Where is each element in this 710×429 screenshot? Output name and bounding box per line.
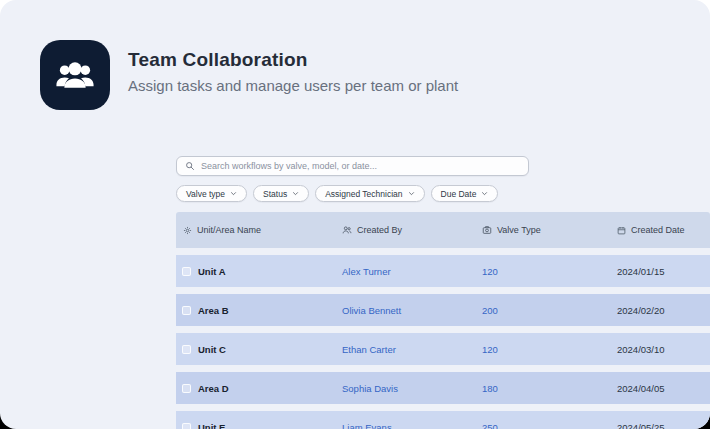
- unit-area-name: Unit A: [198, 266, 226, 277]
- row-checkbox[interactable]: [182, 423, 191, 429]
- chevron-down-icon: [408, 190, 415, 197]
- valve-type-value: 180: [482, 383, 617, 394]
- row-checkbox[interactable]: [182, 384, 191, 393]
- unit-area-name: Unit C: [198, 344, 226, 355]
- created-date-value: 2024/05/25: [617, 422, 710, 429]
- chevron-down-icon: [481, 190, 488, 197]
- workflows-table: Unit/Area Name Created By: [176, 212, 710, 429]
- valve-type-value: 200: [482, 305, 617, 316]
- calendar-icon: [617, 226, 626, 235]
- created-by-link[interactable]: Liam Evans: [342, 422, 482, 429]
- filter-valve-type[interactable]: Valve type: [176, 185, 247, 202]
- filter-label: Valve type: [186, 189, 225, 199]
- created-by-link[interactable]: Ethan Carter: [342, 344, 482, 355]
- valve-type-value: 120: [482, 266, 617, 277]
- filter-label: Status: [263, 189, 287, 199]
- people-icon: [342, 225, 352, 235]
- search-icon: [185, 161, 195, 171]
- column-label: Valve Type: [497, 225, 541, 235]
- unit-area-name: Area B: [198, 305, 229, 316]
- filter-assigned-technician[interactable]: Assigned Technician: [315, 185, 424, 202]
- created-date-value: 2024/04/05: [617, 383, 710, 394]
- table-row[interactable]: Area B Olivia Bennett 200 2024/02/20: [176, 294, 710, 326]
- valve-type-value: 250: [482, 422, 617, 429]
- created-date-value: 2024/03/10: [617, 344, 710, 355]
- column-header-created-by: Created By: [342, 225, 482, 235]
- filter-label: Due Date: [441, 189, 477, 199]
- row-checkbox[interactable]: [182, 267, 191, 276]
- gear-icon: [183, 226, 192, 235]
- column-label: Unit/Area Name: [197, 225, 261, 235]
- table-row[interactable]: Unit A Alex Turner 120 2024/01/15: [176, 255, 710, 287]
- created-by-link[interactable]: Alex Turner: [342, 266, 482, 277]
- app-container: Team Collaboration Assign tasks and mana…: [0, 0, 710, 429]
- table-row[interactable]: Area D Sophia Davis 180 2024/04/05: [176, 372, 710, 404]
- row-checkbox[interactable]: [182, 345, 191, 354]
- row-checkbox[interactable]: [182, 306, 191, 315]
- column-header-valve-type: Valve Type: [482, 225, 617, 235]
- page-title: Team Collaboration: [128, 49, 458, 71]
- column-label: Created By: [357, 225, 402, 235]
- table-row[interactable]: Unit E Liam Evans 250 2024/05/25: [176, 411, 710, 429]
- created-date-value: 2024/01/15: [617, 266, 710, 277]
- team-group-icon: [40, 40, 110, 110]
- created-by-link[interactable]: Olivia Bennett: [342, 305, 482, 316]
- search-input[interactable]: [201, 161, 520, 171]
- search-bar: [176, 156, 529, 176]
- page-subtitle: Assign tasks and manage users per team o…: [128, 77, 458, 94]
- valve-type-value: 120: [482, 344, 617, 355]
- unit-area-name: Area D: [198, 383, 229, 394]
- filter-label: Assigned Technician: [325, 189, 402, 199]
- chevron-down-icon: [292, 190, 299, 197]
- filter-bar: Valve type Status Assigned Technician Du…: [176, 185, 710, 202]
- chevron-down-icon: [230, 190, 237, 197]
- filter-status[interactable]: Status: [253, 185, 309, 202]
- unit-area-name: Unit E: [198, 422, 225, 429]
- table-header-row: Unit/Area Name Created By: [176, 212, 710, 248]
- valve-icon: [482, 225, 492, 235]
- column-header-created-date: Created Date: [617, 225, 710, 235]
- team-group-icon: [53, 53, 97, 97]
- column-label: Created Date: [631, 225, 685, 235]
- filter-due-date[interactable]: Due Date: [431, 185, 499, 202]
- column-header-unit-area: Unit/Area Name: [176, 225, 342, 235]
- created-date-value: 2024/02/20: [617, 305, 710, 316]
- table-row[interactable]: Unit C Ethan Carter 120 2024/03/10: [176, 333, 710, 365]
- created-by-link[interactable]: Sophia Davis: [342, 383, 482, 394]
